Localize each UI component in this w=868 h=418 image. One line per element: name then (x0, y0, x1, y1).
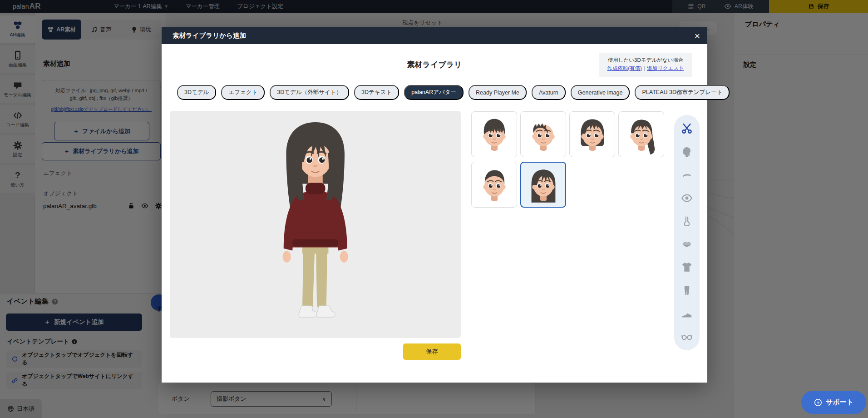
request-add-link[interactable]: 追加リクエスト (647, 65, 684, 71)
link-separator: | (644, 65, 645, 71)
shoe-icon[interactable] (681, 308, 693, 319)
scissors-icon[interactable] (681, 123, 693, 134)
lips-icon[interactable] (681, 238, 693, 250)
library-modal: 素材ライブラリから追加 × 素材ライブラリ 使用したい3Dモデルがない場合 作成… (162, 27, 707, 383)
glasses-icon[interactable] (681, 331, 693, 343)
avatar-thumb-bob[interactable] (569, 111, 615, 157)
avatar-thumb-long[interactable] (520, 162, 566, 208)
pants-icon[interactable] (681, 284, 693, 296)
category-chip-row: 3Dモデルエフェクト3Dモデル（外部サイト）3DテキストpalanARアバターR… (177, 85, 704, 100)
avatar-thumb-grid (471, 111, 671, 208)
face-icon[interactable] (681, 146, 693, 158)
avatar-preview[interactable] (170, 111, 461, 338)
eyebrow-icon[interactable] (681, 169, 693, 181)
avatar-thumb-spiky[interactable] (520, 111, 566, 157)
svg-text:?: ? (817, 400, 819, 405)
modal-save-button[interactable]: 保存 (403, 343, 461, 360)
category-chip-effect[interactable]: エフェクト (221, 85, 265, 100)
model-request-links: 作成依頼(有償)|追加リクエスト (599, 65, 692, 72)
category-chip-3d-text[interactable]: 3Dテキスト (354, 85, 399, 100)
category-chip-avaturn[interactable]: Avaturn (532, 85, 566, 100)
category-chip-3d-model-external[interactable]: 3Dモデル（外部サイト） (270, 85, 349, 100)
support-button[interactable]: ? サポート (801, 391, 866, 414)
avatar-thumb-short-bangs[interactable] (471, 111, 517, 157)
support-help-icon: ? (814, 398, 822, 407)
request-paid-link[interactable]: 作成依頼(有償) (607, 65, 642, 71)
avatar-thumb-side-tail[interactable] (618, 111, 664, 157)
modal-title: 素材ライブラリから追加 (173, 31, 246, 40)
model-request-box: 使用したい3Dモデルがない場合 作成依頼(有償)|追加リクエスト (599, 53, 692, 77)
avatar-part-toolbar (674, 115, 700, 350)
category-chip-plateau-3d-city[interactable]: PLATEAU 3D都市テンプレート (635, 85, 730, 100)
support-label: サポート (826, 398, 853, 407)
avatar-thumb-slicked[interactable] (471, 162, 517, 208)
category-chip-palanar-avatar[interactable]: palanARアバター (404, 85, 464, 100)
nose-icon[interactable] (681, 215, 693, 227)
category-chip-3d-model[interactable]: 3Dモデル (177, 85, 216, 100)
app-root: palanAR マーカー 1 AR編集▼マーカー管理プロジェクト設定 QR AR… (0, 0, 868, 418)
category-chip-ready-player-me[interactable]: Ready Player Me (469, 85, 527, 100)
modal-header: 素材ライブラリから追加 × (162, 27, 707, 44)
model-request-line: 使用したい3Dモデルがない場合 (599, 57, 692, 64)
eye-icon[interactable] (681, 192, 693, 204)
category-chip-generative-image[interactable]: Generative image (571, 85, 630, 100)
shirt-icon[interactable] (681, 261, 693, 273)
close-icon[interactable]: × (695, 31, 700, 40)
